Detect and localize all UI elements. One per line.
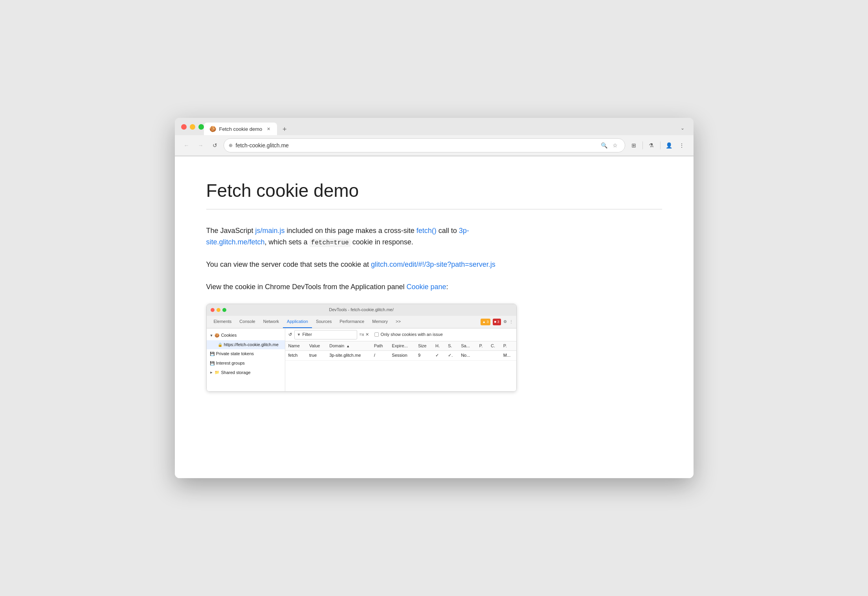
maximize-traffic-light[interactable]	[198, 124, 204, 130]
paragraph-2: You can view the server code that sets t…	[206, 259, 525, 270]
cookies-icon: 🍪	[215, 332, 219, 339]
para1-before: The JavaScript	[206, 227, 255, 235]
col-domain[interactable]: Domain ▲	[326, 341, 371, 351]
devtools-cookies-table: Name Value Domain ▲ Path Expire... Size …	[285, 341, 516, 361]
page-content: Fetch cookie demo The JavaScript js/main…	[175, 156, 694, 478]
cell-p2: M...	[500, 351, 516, 361]
cell-name: fetch	[285, 351, 306, 361]
reload-button[interactable]: ↺	[209, 140, 220, 151]
devtools-issues-checkbox-row: Only show cookies with an issue	[374, 331, 442, 338]
devtools-refresh-icon[interactable]: ↺	[288, 331, 292, 338]
browser-toolbar: ← → ↺ ⊕ fetch-cookie.glitch.me 🔍 ☆ ⊞ ⚗ 👤…	[175, 135, 694, 156]
devtools-tabs: Elements Console Network Application Sou…	[207, 316, 516, 329]
filter-icon: ▼	[297, 332, 301, 338]
devtools-titlebar: DevTools - fetch-cookie.glitch.me/	[207, 304, 516, 316]
devtools-warn-badge: ▲ 3	[481, 319, 490, 325]
cell-sa: No...	[458, 351, 476, 361]
devtools-tab-more[interactable]: >>	[392, 316, 405, 328]
profile-button[interactable]: 👤	[664, 140, 675, 151]
minimize-traffic-light[interactable]	[190, 124, 195, 130]
devtools-sidebar-interest-groups[interactable]: 💾 Interest groups	[207, 359, 285, 368]
back-button[interactable]: ←	[181, 140, 192, 151]
link-glitch-server[interactable]: glitch.com/edit/#!/3p-site?path=server.j…	[371, 260, 495, 268]
devtools-settings-icon[interactable]: ⚙	[503, 319, 507, 325]
devtools-delete-icon[interactable]: ✕	[365, 331, 369, 338]
bookmark-icon[interactable]: ☆	[611, 141, 620, 150]
interest-groups-label: Interest groups	[216, 360, 245, 367]
title-divider	[206, 209, 662, 209]
new-tab-button[interactable]: +	[279, 123, 290, 135]
cell-c	[488, 351, 500, 361]
para1-final: cookie in response.	[351, 238, 413, 246]
devtools-sidebar-shared-storage[interactable]: ► 📁 Shared storage	[207, 368, 285, 378]
devtools-tab-application[interactable]: Application	[283, 316, 312, 328]
toolbar-separator-2	[660, 141, 661, 149]
devtools-menu-icon[interactable]: ⋮	[509, 319, 513, 325]
col-c[interactable]: C.	[488, 341, 500, 351]
shared-storage-icon: 📁	[215, 369, 219, 376]
para3-colon: :	[446, 283, 448, 291]
col-p[interactable]: P.	[476, 341, 488, 351]
cell-path: /	[371, 351, 389, 361]
devtools-clear-icon[interactable]: =x	[360, 331, 364, 338]
private-tokens-icon: 💾	[210, 351, 215, 357]
devtools-tab-performance[interactable]: Performance	[336, 316, 368, 328]
cell-size: 9	[415, 351, 432, 361]
shared-storage-label: Shared storage	[221, 369, 250, 376]
close-traffic-light[interactable]	[181, 124, 187, 130]
devtools-tab-memory[interactable]: Memory	[368, 316, 392, 328]
address-text: fetch-cookie.glitch.me	[236, 142, 596, 149]
link-cookie-pane[interactable]: Cookie pane	[406, 283, 446, 291]
paragraph-1: The JavaScript js/main.js included on th…	[206, 225, 525, 248]
col-name[interactable]: Name	[285, 341, 306, 351]
code-fetch-true: fetch=true	[310, 238, 351, 247]
devtools-close-light	[211, 308, 215, 312]
page-title: Fetch cookie demo	[206, 180, 662, 201]
col-p2[interactable]: P.	[500, 341, 516, 351]
devtools-tab-sources[interactable]: Sources	[312, 316, 336, 328]
tab-close-button[interactable]: ✕	[265, 126, 272, 132]
col-h[interactable]: H.	[432, 341, 445, 351]
devtools-sidebar-cookies-parent[interactable]: ▼ 🍪 Cookies	[207, 331, 285, 340]
forward-button[interactable]: →	[195, 140, 206, 151]
devtools-tab-console[interactable]: Console	[235, 316, 259, 328]
tab-title-text: Fetch cookie demo	[219, 126, 262, 132]
cookies-arrow: ▼	[210, 333, 213, 338]
para1-end: , which sets a	[265, 238, 310, 246]
devtools-sidebar-cookies-url[interactable]: 🔒 https://fetch-cookie.glitch.me	[207, 340, 285, 350]
address-bar[interactable]: ⊕ fetch-cookie.glitch.me 🔍 ☆	[224, 138, 625, 152]
col-path[interactable]: Path	[371, 341, 389, 351]
devtools-tab-elements[interactable]: Elements	[210, 316, 236, 328]
lab-button[interactable]: ⚗	[646, 140, 657, 151]
col-sa[interactable]: Sa...	[458, 341, 476, 351]
cell-domain: 3p-site.glitch.me	[326, 351, 371, 361]
title-bar: 🍪 Fetch cookie demo ✕ + ⌄	[175, 118, 694, 135]
col-s[interactable]: S.	[445, 341, 458, 351]
devtools-filter-input[interactable]: ▼ Filter	[294, 330, 357, 339]
cell-p	[476, 351, 488, 361]
shared-storage-arrow: ►	[210, 370, 213, 375]
paragraph-3: View the cookie in Chrome DevTools from …	[206, 281, 525, 293]
table-row[interactable]: fetch true 3p-site.glitch.me / Session 9…	[285, 351, 516, 361]
search-icon[interactable]: 🔍	[600, 141, 609, 150]
link-fetch-api[interactable]: fetch()	[417, 227, 437, 235]
cell-value: true	[306, 351, 326, 361]
browser-window: 🍪 Fetch cookie demo ✕ + ⌄ ← → ↺ ⊕ fetch-…	[175, 118, 694, 478]
devtools-sidebar-private-tokens[interactable]: 💾 Private state tokens	[207, 349, 285, 359]
devtools-issues-checkbox[interactable]	[374, 332, 379, 337]
col-size[interactable]: Size	[415, 341, 432, 351]
devtools-tab-network[interactable]: Network	[259, 316, 283, 328]
link-js-main[interactable]: js/main.js	[255, 227, 285, 235]
devtools-issues-label: Only show cookies with an issue	[380, 331, 442, 338]
col-expires[interactable]: Expire...	[389, 341, 415, 351]
devtools-toolbar-icons: =x ✕	[360, 331, 369, 338]
active-tab[interactable]: 🍪 Fetch cookie demo ✕	[204, 123, 277, 135]
interest-groups-icon: 💾	[210, 360, 215, 367]
col-value[interactable]: Value	[306, 341, 326, 351]
tabs-dropdown-button[interactable]: ⌄	[678, 123, 687, 133]
menu-button[interactable]: ⋮	[676, 140, 687, 151]
para1-after: call to	[437, 227, 459, 235]
devtools-icons: ▲ 3 ■ 3 ⚙ ⋮	[481, 319, 513, 325]
devtools-minimize-light	[217, 308, 220, 312]
extensions-button[interactable]: ⊞	[628, 140, 639, 151]
